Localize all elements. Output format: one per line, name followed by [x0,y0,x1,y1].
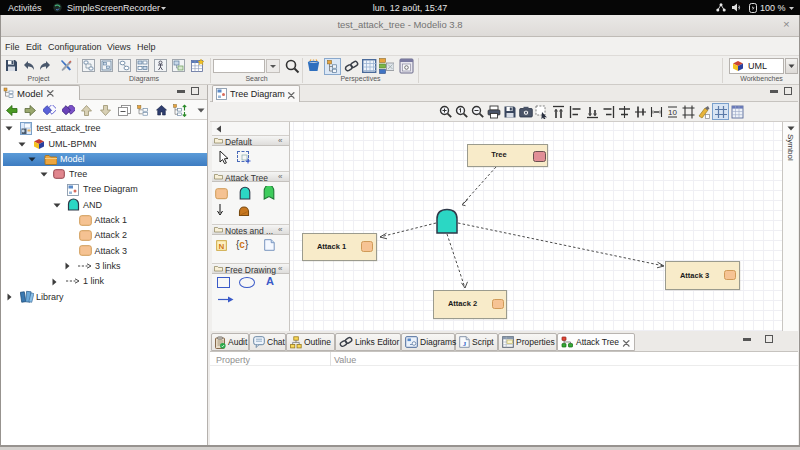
svg-text:10: 10 [668,108,677,117]
svg-text:N: N [219,242,225,251]
svg-text:J: J [463,340,467,348]
